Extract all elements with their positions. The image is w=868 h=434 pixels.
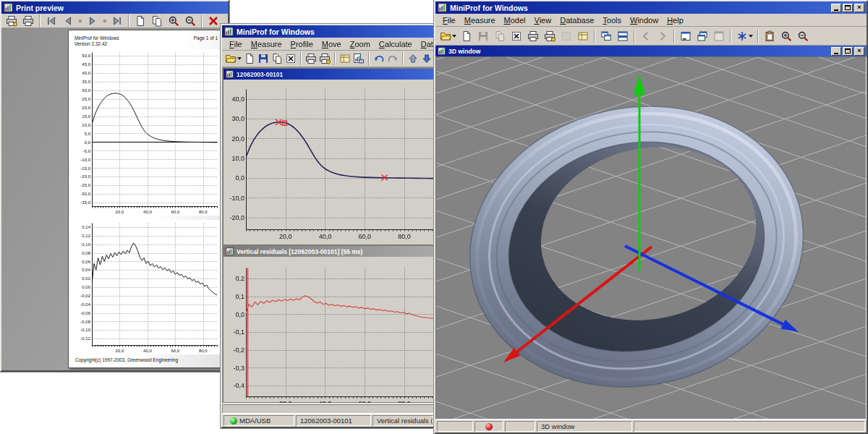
main-titlebar[interactable]: MiniProf for Windows [222, 25, 435, 38]
menu-item-profile[interactable]: Profile [286, 38, 318, 50]
print-button[interactable] [20, 14, 36, 28]
duplicate-icon [271, 53, 283, 64]
zoom-in-button[interactable] [166, 14, 182, 28]
printer-setup-icon [319, 53, 331, 64]
two-page-button[interactable] [149, 14, 165, 28]
file-panel: 12062003-00101 [296, 415, 371, 426]
forward-button [655, 29, 671, 43]
dropdown-arrow-icon[interactable] [237, 57, 242, 60]
reference-button[interactable] [734, 29, 754, 43]
child-minimize-button[interactable] [831, 47, 841, 56]
close-button[interactable]: × [854, 4, 864, 12]
new-button[interactable] [459, 29, 475, 43]
child-close-button[interactable]: × [854, 47, 864, 56]
maximize-button[interactable] [843, 4, 853, 12]
nav-prev-icon [62, 15, 74, 27]
residuals-chart[interactable] [224, 258, 435, 404]
print-preview-toolbar [1, 14, 228, 28]
prev-page-button[interactable] [60, 14, 76, 28]
tile-windows-button[interactable] [615, 29, 631, 43]
one-page-button[interactable] [132, 14, 148, 28]
duplicate-button[interactable] [271, 51, 284, 66]
menu-item-file[interactable]: File [438, 14, 460, 26]
menu-item-tools[interactable]: Tools [598, 14, 626, 26]
undo-button[interactable] [373, 51, 386, 66]
report-icon [577, 30, 589, 42]
report-header: MiniProf for Windows Version 2.32.42 [75, 35, 119, 47]
first-page-button[interactable] [43, 14, 59, 28]
print-setup-button[interactable] [542, 29, 558, 43]
print-setup-button[interactable] [4, 14, 20, 28]
residuals-window-titlebar[interactable]: Vertical residuals [12062003-00101] (55 … [224, 246, 433, 257]
close-preview-button[interactable] [205, 14, 221, 28]
maximize-window-button [711, 29, 727, 43]
print-setup-button[interactable] [318, 51, 331, 66]
menu-item-help[interactable]: Help [663, 14, 688, 26]
three-d-title: 3D window [448, 48, 828, 55]
preview-icon [353, 53, 365, 64]
move-up-button[interactable] [407, 51, 420, 66]
open-button[interactable] [224, 51, 242, 66]
last-page-button[interactable] [109, 14, 125, 28]
three-d-viewport[interactable] [436, 57, 866, 420]
restore-window-button[interactable] [694, 29, 710, 43]
menu-item-view[interactable]: View [530, 14, 556, 26]
menu-item-window[interactable]: Window [626, 14, 663, 26]
report-app-name: MiniProf for Windows [75, 35, 119, 41]
duplicate-icon [494, 30, 506, 42]
dropdown-arrow-icon[interactable] [452, 35, 456, 38]
new-button[interactable] [243, 51, 256, 66]
toolbar-separator [201, 14, 203, 27]
print-preview-button[interactable] [352, 51, 365, 66]
move-down-button[interactable] [420, 51, 433, 66]
print-button[interactable] [525, 29, 541, 43]
three-d-titlebar[interactable]: 3D window × [435, 46, 867, 56]
report-button[interactable] [339, 51, 352, 66]
next-page-button[interactable] [85, 14, 101, 28]
app-icon [438, 3, 447, 12]
zoom-in-button[interactable] [778, 29, 794, 43]
zoom-out-button[interactable] [182, 14, 198, 28]
delete-button[interactable] [284, 51, 297, 66]
win-min-icon [680, 30, 692, 42]
menu-item-measure[interactable]: Measure [247, 38, 286, 50]
mdi-area: 12062003-00101 Vertical residuals [12062… [222, 67, 435, 404]
save-button[interactable] [257, 51, 270, 66]
open-button[interactable] [438, 29, 458, 43]
right-titlebar[interactable]: MiniProf for Windows × [435, 1, 867, 14]
tile-icon [617, 30, 629, 42]
active-window-panel: 3D window [537, 421, 632, 432]
blank-button [558, 29, 574, 43]
profile-chart[interactable] [224, 80, 435, 245]
dropdown-arrow-icon[interactable] [749, 35, 753, 38]
menu-item-measure[interactable]: Measure [460, 14, 500, 26]
cascade-windows-button[interactable] [598, 29, 614, 43]
redo-button[interactable] [386, 51, 399, 66]
toolbar-dot [79, 20, 82, 22]
zoom-out-button[interactable] [795, 29, 811, 43]
desktop: Print preview MiniProf for Windows Versi… [0, 0, 868, 434]
blank-icon [561, 30, 572, 42]
preview-area: MiniProf for Windows Version 2.32.42 Pag… [1, 28, 228, 370]
preview-page: MiniProf for Windows Version 2.32.42 Pag… [68, 30, 224, 368]
paste-button[interactable] [762, 29, 778, 43]
menu-item-move[interactable]: Move [318, 38, 346, 50]
minimize-window-button[interactable] [678, 29, 694, 43]
paste-icon [764, 30, 775, 42]
bottom-panel [222, 404, 435, 414]
print-preview-titlebar[interactable]: Print preview [1, 1, 228, 14]
menu-item-database[interactable]: Database [556, 14, 598, 26]
delete-button[interactable] [509, 29, 524, 43]
report-button[interactable] [575, 29, 591, 43]
print-button[interactable] [305, 51, 318, 66]
menu-item-zoom[interactable]: Zoom [346, 38, 375, 50]
file-label: 12062003-00101 [300, 417, 352, 425]
window-title: Print preview [16, 4, 226, 12]
menu-item-model[interactable]: Model [500, 14, 530, 26]
menu-item-file[interactable]: File [225, 38, 247, 50]
profile-window-titlebar[interactable]: 12062003-00101 [224, 69, 433, 80]
minimize-button[interactable] [831, 4, 841, 12]
child-maximize-button[interactable] [843, 47, 853, 56]
toolbar-separator [402, 52, 404, 65]
menu-item-calculate[interactable]: Calculate [375, 38, 417, 50]
